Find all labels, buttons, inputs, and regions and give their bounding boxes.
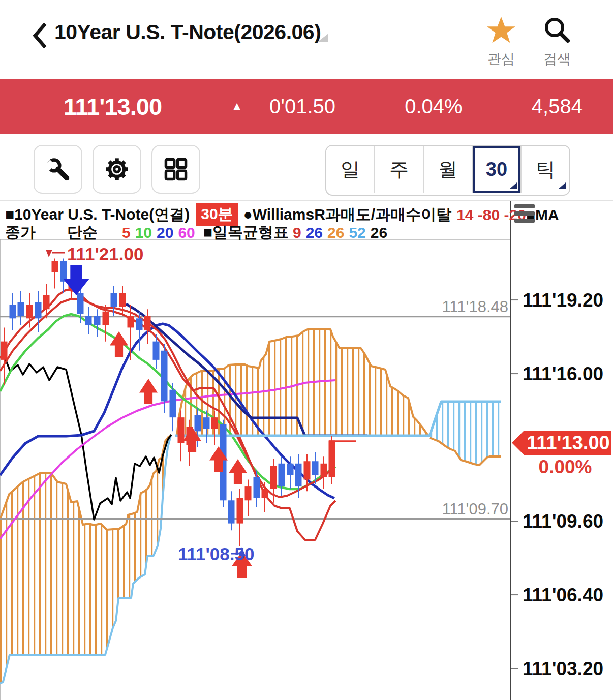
- period-week[interactable]: 주: [374, 146, 423, 193]
- settings-button[interactable]: [93, 145, 141, 194]
- page-title[interactable]: 10Year U.S. T-Note(2026.06): [54, 20, 321, 44]
- search-icon: [543, 15, 571, 45]
- price-chart[interactable]: 111'18.48111'09.70111'21.00111'08.50111'…: [0, 201, 613, 700]
- wrench-icon: [45, 157, 71, 182]
- chart-section: 111'18.48111'09.70111'21.00111'08.50111'…: [0, 201, 613, 700]
- search-label: 검색: [538, 50, 576, 68]
- chart-toolbar: 일 주 월 30 틱: [0, 134, 613, 201]
- favorite-button[interactable]: 관심: [482, 15, 520, 68]
- svg-text:0.00%: 0.00%: [539, 456, 592, 477]
- svg-text:111'19.20: 111'19.20: [523, 290, 603, 311]
- up-arrow-icon: [139, 379, 158, 404]
- period-month[interactable]: 월: [423, 146, 472, 193]
- period-tick[interactable]: 틱: [520, 146, 569, 193]
- dropdown-corner-icon: [558, 182, 566, 189]
- volume: 4,584: [532, 95, 583, 118]
- legend-ma-periods: 5 10 20 60: [122, 224, 195, 241]
- svg-text:111'08.50: 111'08.50: [178, 544, 254, 564]
- app-header: 10Year U.S. T-Note(2026.06) 관심 검색: [0, 0, 613, 79]
- grid-icon: [163, 157, 189, 182]
- legend-type-label: 단순: [67, 222, 98, 243]
- up-arrow-icon: [229, 459, 247, 484]
- current-price-badge: 111'13.000.00%: [512, 431, 611, 477]
- chart-menu-button[interactable]: [514, 204, 535, 226]
- legend-ichimoku-label: ■일목균형표: [203, 222, 289, 243]
- title-dropdown-icon[interactable]: [317, 34, 328, 42]
- up-triangle-icon: ▲: [231, 99, 243, 113]
- change-percent: 0.04%: [405, 95, 462, 118]
- dropdown-corner-icon: [509, 182, 517, 189]
- ichimoku-clouds: [0, 329, 501, 684]
- svg-text:111'18.48: 111'18.48: [442, 298, 508, 316]
- change-value: 0'01.50: [269, 95, 335, 118]
- period-day[interactable]: 일: [326, 146, 374, 193]
- svg-text:111'03.20: 111'03.20: [523, 658, 603, 679]
- svg-text:111'09.60: 111'09.60: [523, 511, 603, 532]
- svg-text:111'16.00: 111'16.00: [523, 363, 603, 384]
- gear-icon: [104, 156, 130, 182]
- favorite-label: 관심: [482, 50, 520, 68]
- search-button[interactable]: 검색: [538, 15, 576, 68]
- svg-text:111'09.70: 111'09.70: [442, 500, 508, 518]
- star-icon: [486, 15, 516, 45]
- legend-ichimoku-params: 9 26 26 52 26: [293, 224, 387, 241]
- tools-button[interactable]: [34, 145, 82, 194]
- back-icon[interactable]: [32, 21, 49, 50]
- quote-bar: 111'13.00 ▲ 0'01.50 0.04% 4,584: [0, 79, 613, 134]
- svg-text:111'21.00: 111'21.00: [67, 244, 143, 264]
- legend-close-label: 종가: [5, 222, 36, 243]
- svg-text:111'06.40: 111'06.40: [523, 585, 603, 605]
- period-selector: 일 주 월 30 틱: [325, 145, 570, 196]
- current-price: 111'13.00: [64, 93, 162, 120]
- hamburger-icon: [514, 204, 535, 208]
- price-change: ▲ 0'01.50: [231, 95, 335, 118]
- period-30min[interactable]: 30: [472, 146, 520, 193]
- chart-legend-row2: 종가 단순 5 10 20 60 ■일목균형표 9 26 26 52 26: [5, 222, 387, 243]
- svg-text:111'13.00: 111'13.00: [527, 432, 609, 453]
- layout-button[interactable]: [151, 145, 200, 194]
